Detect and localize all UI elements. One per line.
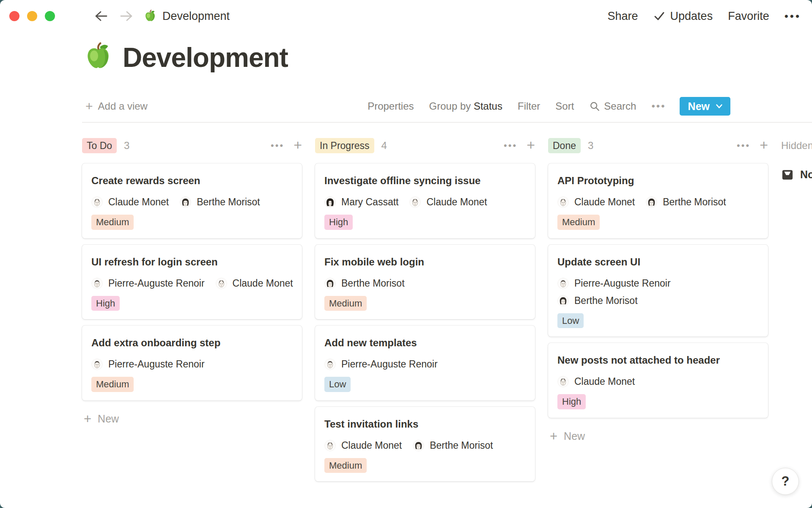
avatar-woman-dark-hair-icon bbox=[324, 278, 336, 289]
assignee-name: Pierre-Auguste Renoir bbox=[574, 278, 671, 289]
avatar-man-balding-icon bbox=[91, 196, 103, 208]
new-button[interactable]: New bbox=[680, 97, 730, 116]
card-title: Update screen UI bbox=[557, 256, 760, 268]
assignee: Berthe Morisot bbox=[324, 278, 405, 289]
board-column-to-do: To Do3•••+Create rewards screenClaude Mo… bbox=[82, 138, 302, 425]
assignee: Claude Monet bbox=[409, 196, 487, 208]
page-icon-green-apple[interactable] bbox=[84, 42, 112, 73]
breadcrumb[interactable]: Development bbox=[162, 10, 230, 23]
card-api-prototyping[interactable]: API PrototypingClaude MonetBerthe Moriso… bbox=[548, 163, 768, 238]
card-ui-refresh-for-login-screen[interactable]: UI refresh for login screenPierre-August… bbox=[82, 245, 302, 320]
avatar-man-short-hair-icon bbox=[324, 359, 336, 370]
card-title: API Prototyping bbox=[557, 174, 760, 187]
assignee: Claude Monet bbox=[557, 376, 635, 387]
close-window-button[interactable] bbox=[9, 11, 19, 21]
card-update-screen-ui[interactable]: Update screen UIPierre-Auguste RenoirBer… bbox=[548, 245, 768, 337]
card-create-rewards-screen[interactable]: Create rewards screenClaude MonetBerthe … bbox=[82, 163, 302, 238]
assignee-name: Claude Monet bbox=[574, 376, 635, 387]
add-card-button[interactable]: +New bbox=[82, 412, 302, 425]
assignee-name: Claude Monet bbox=[341, 440, 402, 451]
priority-badge: Medium bbox=[324, 458, 367, 473]
card-title: New posts not attached to header bbox=[557, 354, 760, 367]
search-icon bbox=[589, 101, 600, 112]
group-count: 3 bbox=[588, 140, 593, 152]
card-title: Investigate offline syncing issue bbox=[324, 174, 527, 187]
priority-badge: Medium bbox=[91, 377, 134, 392]
hidden-group-no-status[interactable]: No Status bbox=[781, 168, 812, 181]
sort-button[interactable]: Sort bbox=[555, 100, 574, 112]
assignee-name: Claude Monet bbox=[108, 196, 169, 208]
card-add-new-templates[interactable]: Add new templatesPierre-Auguste RenoirLo… bbox=[315, 326, 535, 400]
priority-badge: High bbox=[91, 296, 120, 311]
assignee-name: Berthe Morisot bbox=[430, 440, 493, 451]
share-button[interactable]: Share bbox=[608, 10, 638, 23]
inbox-icon bbox=[781, 169, 794, 181]
assignee: Pierre-Auguste Renoir bbox=[91, 278, 205, 289]
assignee: Claude Monet bbox=[324, 440, 402, 451]
priority-badge: Low bbox=[557, 313, 584, 329]
chevron-down-icon bbox=[716, 104, 723, 109]
group-by-button[interactable]: Group by Status bbox=[429, 100, 502, 112]
column-more-icon[interactable]: ••• bbox=[504, 141, 517, 150]
toolbar-more-icon[interactable]: ••• bbox=[651, 100, 666, 112]
window-controls bbox=[9, 11, 55, 21]
assignee: Claude Monet bbox=[216, 278, 293, 289]
search-button[interactable]: Search bbox=[589, 100, 636, 112]
more-options-icon[interactable]: ••• bbox=[785, 11, 801, 22]
assignee-name: Pierre-Auguste Renoir bbox=[341, 359, 438, 370]
group-badge: Done bbox=[548, 138, 581, 154]
card-title: Add new templates bbox=[324, 337, 527, 349]
back-arrow-icon[interactable] bbox=[94, 9, 108, 23]
properties-button[interactable]: Properties bbox=[368, 100, 414, 112]
column-more-icon[interactable]: ••• bbox=[737, 141, 750, 150]
assignee: Pierre-Auguste Renoir bbox=[324, 359, 438, 370]
card-new-posts-not-attached-to-header[interactable]: New posts not attached to headerClaude M… bbox=[548, 343, 768, 418]
assignee: Pierre-Auguste Renoir bbox=[91, 359, 205, 370]
assignee-name: Claude Monet bbox=[233, 278, 293, 289]
card-test-invitation-links[interactable]: Test invitation linksClaude MonetBerthe … bbox=[315, 407, 535, 482]
assignee: Berthe Morisot bbox=[646, 196, 726, 208]
assignee: Berthe Morisot bbox=[413, 440, 493, 451]
filter-button[interactable]: Filter bbox=[518, 100, 540, 112]
card-title: Fix mobile web login bbox=[324, 256, 527, 268]
add-card-button[interactable]: +New bbox=[548, 430, 768, 443]
app-window: Development Share Updates Favorite ••• D… bbox=[0, 0, 812, 508]
priority-badge: Medium bbox=[324, 296, 367, 311]
column-add-icon[interactable]: + bbox=[760, 138, 768, 152]
column-add-icon[interactable]: + bbox=[527, 138, 535, 152]
assignee: Berthe Morisot bbox=[180, 196, 260, 208]
card-title: Add extra onboarding step bbox=[91, 337, 294, 349]
assignee: Claude Monet bbox=[557, 196, 635, 208]
assignee-name: Claude Monet bbox=[426, 196, 487, 208]
help-button[interactable]: ? bbox=[772, 468, 799, 495]
assignee-name: Berthe Morisot bbox=[341, 278, 405, 289]
avatar-woman-bonnet-icon bbox=[324, 196, 336, 208]
avatar-man-balding-icon bbox=[216, 278, 227, 289]
favorite-button[interactable]: Favorite bbox=[728, 10, 769, 23]
add-view-button[interactable]: + Add a view bbox=[82, 100, 148, 113]
card-investigate-offline-syncing-issue[interactable]: Investigate offline syncing issueMary Ca… bbox=[315, 163, 535, 238]
view-toolbar: + Add a view Properties Group by Status … bbox=[82, 91, 812, 123]
avatar-man-short-hair-icon bbox=[557, 278, 569, 289]
updates-button[interactable]: Updates bbox=[653, 10, 713, 23]
priority-badge: High bbox=[324, 215, 353, 230]
plus-icon: + bbox=[85, 100, 93, 113]
assignee-name: Berthe Morisot bbox=[663, 196, 726, 208]
assignee: Berthe Morisot bbox=[557, 295, 638, 306]
column-more-icon[interactable]: ••• bbox=[271, 141, 284, 150]
priority-badge: Medium bbox=[91, 215, 134, 230]
page-header: Development bbox=[84, 40, 812, 75]
priority-badge: Low bbox=[324, 377, 351, 392]
card-add-extra-onboarding-step[interactable]: Add extra onboarding stepPierre-Auguste … bbox=[82, 326, 302, 400]
minimize-window-button[interactable] bbox=[27, 11, 37, 21]
column-add-icon[interactable]: + bbox=[294, 138, 302, 152]
zoom-window-button[interactable] bbox=[45, 11, 55, 21]
forward-arrow-icon[interactable] bbox=[119, 9, 134, 23]
avatar-man-balding-icon bbox=[409, 196, 421, 208]
card-fix-mobile-web-login[interactable]: Fix mobile web loginBerthe MorisotMedium bbox=[315, 245, 535, 320]
sidebar-menu-icon[interactable] bbox=[68, 11, 83, 22]
priority-badge: Medium bbox=[557, 215, 600, 230]
avatar-woman-dark-hair-icon bbox=[646, 196, 657, 208]
assignee-name: Claude Monet bbox=[574, 196, 635, 208]
card-title: Create rewards screen bbox=[91, 174, 294, 187]
